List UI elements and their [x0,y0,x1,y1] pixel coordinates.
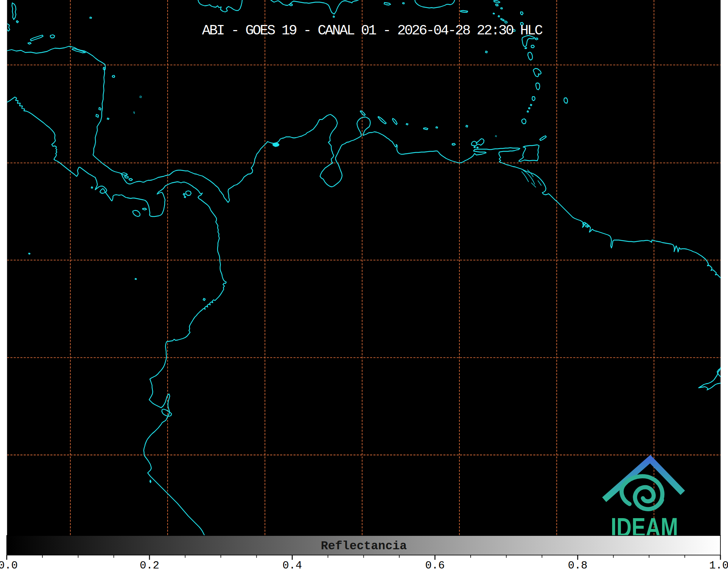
svg-text:0.8: 0.8 [568,559,588,571]
svg-text:Reflectancia: Reflectancia [321,539,407,553]
svg-text:0.2: 0.2 [140,559,159,571]
svg-text:0.0: 0.0 [0,559,18,571]
svg-text:ABI - GOES 19 - CANAL 01 - 202: ABI - GOES 19 - CANAL 01 - 2026-04-28 22… [202,23,543,39]
svg-text:1.0: 1.0 [709,559,728,571]
svg-text:0.4: 0.4 [282,559,302,571]
svg-text:0.6: 0.6 [425,559,445,571]
